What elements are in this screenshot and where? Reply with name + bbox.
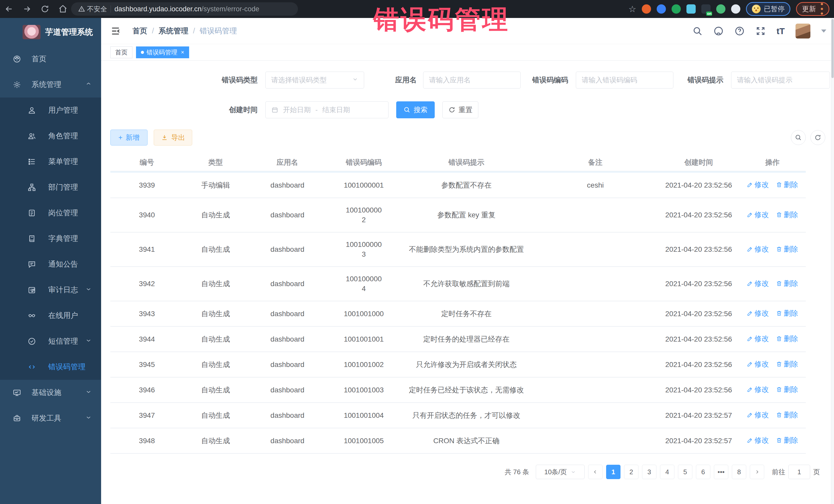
delete-link[interactable]: 删除 bbox=[776, 210, 798, 220]
browser-update-button[interactable]: 更新 ••• bbox=[796, 2, 829, 16]
gem-extension-icon[interactable] bbox=[657, 4, 666, 14]
help-icon[interactable] bbox=[734, 26, 745, 36]
breadcrumb-home[interactable]: 首页 bbox=[132, 26, 147, 36]
tag-close-icon[interactable]: × bbox=[181, 49, 184, 56]
add-button[interactable]: + 新增 bbox=[110, 130, 148, 146]
edit-link[interactable]: 修改 bbox=[747, 308, 769, 318]
refresh-table-button[interactable] bbox=[810, 130, 825, 145]
browser-forward-icon[interactable] bbox=[18, 0, 36, 18]
export-button[interactable]: 导出 bbox=[154, 130, 192, 146]
browser-reload-icon[interactable] bbox=[36, 0, 54, 18]
show-search-toggle-button[interactable] bbox=[791, 130, 806, 145]
edit-link[interactable]: 修改 bbox=[747, 180, 769, 190]
page-button-3[interactable]: 3 bbox=[642, 465, 656, 479]
table-row[interactable]: 3946自动生成dashboard1001001003定时任务已经处于该状态，无… bbox=[110, 377, 806, 403]
delete-link[interactable]: 删除 bbox=[776, 385, 798, 394]
edit-link[interactable]: 修改 bbox=[747, 410, 769, 420]
sidebar-item-13[interactable]: 基础设施 bbox=[0, 380, 101, 406]
next-page-button[interactable] bbox=[750, 465, 764, 479]
sidebar-item-1[interactable]: 系统管理 bbox=[0, 72, 101, 97]
page-size-select[interactable]: 10条/页 bbox=[536, 465, 585, 479]
table-row[interactable]: 3944自动生成dashboard1001001001定时任务的处理器已经存在2… bbox=[110, 327, 806, 352]
page-button-4[interactable]: 4 bbox=[660, 465, 674, 479]
security-warning-icon[interactable]: 不安全 bbox=[78, 5, 107, 14]
filter-app-input[interactable]: 请输入应用名 bbox=[423, 72, 521, 89]
switch-extension-icon[interactable]: on bbox=[701, 4, 710, 14]
edit-link[interactable]: 修改 bbox=[747, 385, 769, 394]
page-button-6[interactable]: 6 bbox=[696, 465, 710, 479]
tag-error-code[interactable]: 错误码管理 × bbox=[136, 46, 189, 58]
table-row[interactable]: 3943自动生成dashboard1001001000定时任务不存在2021-0… bbox=[110, 301, 806, 327]
ubuntu-extension-icon[interactable] bbox=[642, 4, 651, 14]
delete-link[interactable]: 删除 bbox=[776, 436, 798, 445]
prev-page-button[interactable] bbox=[588, 465, 602, 479]
table-row[interactable]: 3945自动生成dashboard1001001002只允许修改为开启或者关闭状… bbox=[110, 352, 806, 377]
edit-link[interactable]: 修改 bbox=[747, 279, 769, 288]
sidebar-item-10[interactable]: 在线用户 bbox=[0, 303, 101, 328]
browser-menu-icon[interactable]: ••• bbox=[820, 2, 824, 16]
sidebar-item-11[interactable]: 短信管理 bbox=[0, 328, 101, 354]
filter-hint-input[interactable]: 请输入错误码提示 bbox=[731, 72, 830, 89]
page-button-8[interactable]: 8 bbox=[732, 465, 746, 479]
delete-link[interactable]: 删除 bbox=[776, 308, 798, 318]
table-row[interactable]: 3948自动生成dashboard1001001005CRON 表达式不正确20… bbox=[110, 428, 806, 454]
paused-extension-badge[interactable]: 已暂停 bbox=[746, 2, 790, 16]
goto-page-input[interactable]: 1 bbox=[788, 465, 810, 479]
delete-link[interactable]: 删除 bbox=[776, 334, 798, 344]
delete-link[interactable]: 删除 bbox=[776, 180, 798, 190]
delete-link[interactable]: 删除 bbox=[776, 410, 798, 420]
grid-extension-icon[interactable] bbox=[686, 4, 696, 14]
sidebar-item-7[interactable]: 字典管理 bbox=[0, 226, 101, 251]
search-button[interactable]: 搜索 bbox=[396, 101, 435, 118]
reset-button[interactable]: 重置 bbox=[442, 101, 478, 118]
sidebar-collapse-icon[interactable] bbox=[110, 25, 122, 37]
sidebar-item-5[interactable]: 部门管理 bbox=[0, 175, 101, 200]
bookmark-star-icon[interactable]: ☆ bbox=[629, 4, 636, 14]
person-extension-icon[interactable] bbox=[716, 4, 725, 14]
table-row[interactable]: 3940自动生成dashboard1001000002参数配置 key 重复20… bbox=[110, 198, 806, 233]
sidebar-item-8[interactable]: 通知公告 bbox=[0, 251, 101, 277]
table-row[interactable]: 3941自动生成dashboard1001000003不能删除类型为系统内置的参… bbox=[110, 233, 806, 267]
page-ellipsis[interactable]: ••• bbox=[714, 465, 728, 479]
font-size-icon[interactable]: tT bbox=[776, 26, 785, 36]
delete-link[interactable]: 删除 bbox=[776, 244, 798, 254]
edit-link[interactable]: 修改 bbox=[747, 359, 769, 369]
filter-type-select[interactable]: 请选择错误码类型 bbox=[265, 72, 364, 89]
v-extension-icon[interactable] bbox=[672, 4, 681, 14]
page-url[interactable]: dashboard.yudao.iocoder.cn/system/error-… bbox=[114, 5, 259, 13]
user-menu-caret-icon[interactable] bbox=[821, 29, 826, 32]
tag-home[interactable]: 首页 bbox=[110, 46, 132, 58]
delete-link[interactable]: 删除 bbox=[776, 359, 798, 369]
table-row[interactable]: 3939手动编辑dashboard1001000001参数配置不存在ceshi2… bbox=[110, 173, 806, 198]
fullscreen-icon[interactable] bbox=[755, 26, 766, 36]
browser-home-icon[interactable] bbox=[54, 0, 72, 18]
page-button-5[interactable]: 5 bbox=[678, 465, 692, 479]
table-row[interactable]: 3942自动生成dashboard1001000004不允许获取敏感配置到前端2… bbox=[110, 267, 806, 301]
sidebar-item-12[interactable]: 错误码管理 bbox=[0, 354, 101, 380]
sidebar-item-2[interactable]: 用户管理 bbox=[0, 97, 101, 123]
table-row[interactable]: 3947自动生成dashboard1001001004只有开启状态的任务，才可以… bbox=[110, 403, 806, 428]
app-logo-row[interactable]: 芋道管理系统 bbox=[0, 18, 101, 46]
edit-link[interactable]: 修改 bbox=[747, 210, 769, 220]
page-button-2[interactable]: 2 bbox=[624, 465, 638, 479]
delete-link[interactable]: 删除 bbox=[776, 279, 798, 288]
browser-back-icon[interactable] bbox=[0, 0, 18, 18]
breadcrumb-system[interactable]: 系统管理 bbox=[159, 26, 188, 36]
user-avatar[interactable] bbox=[795, 24, 810, 39]
address-bar[interactable]: 不安全 dashboard.yudao.iocoder.cn/system/er… bbox=[71, 2, 298, 16]
scrollbar-thumb[interactable] bbox=[831, 19, 834, 78]
sidebar-item-3[interactable]: 角色管理 bbox=[0, 123, 101, 149]
sidebar-item-14[interactable]: 研发工具 bbox=[0, 406, 101, 431]
search-icon[interactable] bbox=[692, 26, 703, 36]
page-button-1[interactable]: 1 bbox=[606, 465, 620, 479]
sidebar-item-9[interactable]: 审计日志 bbox=[0, 277, 101, 303]
page-scrollbar[interactable] bbox=[831, 18, 834, 504]
filter-date-range[interactable]: 开始日期 - 结束日期 bbox=[265, 101, 389, 118]
sidebar-item-6[interactable]: 岗位管理 bbox=[0, 200, 101, 226]
sidebar-item-4[interactable]: 菜单管理 bbox=[0, 149, 101, 175]
edit-link[interactable]: 修改 bbox=[747, 334, 769, 344]
sidebar-item-0[interactable]: 首页 bbox=[0, 46, 101, 72]
puzzle-extension-icon[interactable] bbox=[731, 4, 740, 14]
github-icon[interactable] bbox=[714, 26, 724, 36]
edit-link[interactable]: 修改 bbox=[747, 436, 769, 445]
